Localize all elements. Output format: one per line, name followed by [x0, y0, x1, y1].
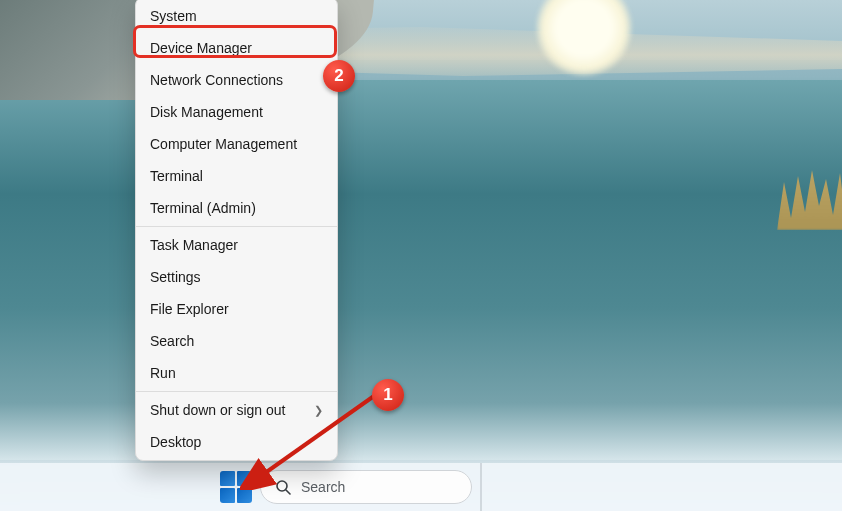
svg-line-2: [286, 490, 290, 494]
menu-item-task-manager[interactable]: Task Manager: [136, 229, 337, 261]
menu-item-label: Device Manager: [150, 40, 252, 56]
menu-item-settings[interactable]: Settings: [136, 261, 337, 293]
search-icon: [275, 479, 291, 495]
menu-item-label: Task Manager: [150, 237, 238, 253]
chevron-right-icon: ❯: [314, 404, 323, 417]
desktop-wallpaper: [0, 0, 842, 511]
menu-item-label: Disk Management: [150, 104, 263, 120]
menu-item-desktop[interactable]: Desktop: [136, 426, 337, 458]
menu-item-disk-management[interactable]: Disk Management: [136, 96, 337, 128]
menu-item-label: Terminal: [150, 168, 203, 184]
annotation-step-2: 2: [323, 60, 355, 92]
taskbar: Search: [0, 463, 842, 511]
menu-item-device-manager[interactable]: Device Manager: [136, 32, 337, 64]
taskbar-search[interactable]: Search: [260, 470, 472, 504]
menu-item-label: Terminal (Admin): [150, 200, 256, 216]
windows-logo-icon: [237, 471, 252, 486]
menu-item-terminal[interactable]: Terminal: [136, 160, 337, 192]
menu-item-file-explorer[interactable]: File Explorer: [136, 293, 337, 325]
menu-item-label: Shut down or sign out: [150, 402, 285, 418]
menu-item-label: System: [150, 8, 197, 24]
taskbar-divider: [480, 463, 482, 511]
menu-item-shutdown-signout[interactable]: Shut down or sign out ❯: [136, 394, 337, 426]
menu-item-label: Network Connections: [150, 72, 283, 88]
search-placeholder: Search: [301, 479, 345, 495]
menu-item-label: Settings: [150, 269, 201, 285]
menu-item-label: Run: [150, 365, 176, 381]
menu-item-label: Search: [150, 333, 194, 349]
windows-logo-icon: [220, 488, 235, 503]
annotation-step-1: 1: [372, 379, 404, 411]
menu-item-label: File Explorer: [150, 301, 229, 317]
menu-item-system[interactable]: System: [136, 0, 337, 32]
menu-item-network-connections[interactable]: Network Connections: [136, 64, 337, 96]
start-button[interactable]: [220, 471, 252, 503]
winx-context-menu: System Device Manager Network Connection…: [135, 0, 338, 461]
menu-item-computer-management[interactable]: Computer Management: [136, 128, 337, 160]
menu-separator: [136, 226, 337, 227]
windows-logo-icon: [220, 471, 235, 486]
menu-item-terminal-admin[interactable]: Terminal (Admin): [136, 192, 337, 224]
menu-separator: [136, 391, 337, 392]
menu-item-label: Computer Management: [150, 136, 297, 152]
menu-item-run[interactable]: Run: [136, 357, 337, 389]
menu-item-search[interactable]: Search: [136, 325, 337, 357]
windows-logo-icon: [237, 488, 252, 503]
menu-item-label: Desktop: [150, 434, 201, 450]
